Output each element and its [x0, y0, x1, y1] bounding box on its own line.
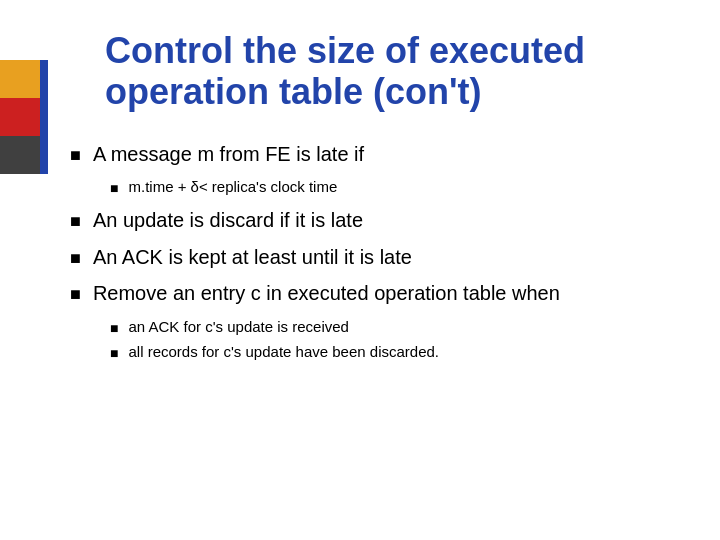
- sub-bullet-marker-4-1: ■: [110, 319, 118, 337]
- bullet-group-4: ■ Remove an entry c in executed operatio…: [70, 280, 670, 362]
- title-area: Control the size of executed operation t…: [105, 30, 670, 113]
- deco-blocks: [0, 60, 40, 174]
- sub-bullet-4-1: ■ an ACK for c's update is received: [110, 317, 670, 337]
- slide: Control the size of executed operation t…: [0, 0, 720, 540]
- slide-title: Control the size of executed operation t…: [105, 30, 670, 113]
- bullet-marker-3: ■: [70, 247, 81, 270]
- deco-block-red: [0, 98, 40, 136]
- title-line2: operation table (con't): [105, 71, 670, 112]
- bullet-item-1: ■ A message m from FE is late if: [70, 141, 670, 167]
- sub-bullets-1: ■ m.time + δ< replica's clock time: [70, 177, 670, 197]
- bullet-marker-1: ■: [70, 144, 81, 167]
- sub-bullet-marker-4-2: ■: [110, 344, 118, 362]
- bullet-item-3: ■ An ACK is kept at least until it is la…: [70, 244, 670, 270]
- bullet-text-1: A message m from FE is late if: [93, 141, 670, 167]
- bullet-item-2: ■ An update is discard if it is late: [70, 207, 670, 233]
- sub-bullets-4: ■ an ACK for c's update is received ■ al…: [70, 317, 670, 362]
- title-line1: Control the size of executed: [105, 30, 670, 71]
- sub-bullet-4-2: ■ all records for c's update have been d…: [110, 342, 670, 362]
- bullet-marker-4: ■: [70, 283, 81, 306]
- bullet-item-4: ■ Remove an entry c in executed operatio…: [70, 280, 670, 306]
- deco-block-dark: [0, 136, 40, 174]
- bullet-group-2: ■ An update is discard if it is late: [70, 207, 670, 233]
- bullet-text-2: An update is discard if it is late: [93, 207, 670, 233]
- bullet-text-4: Remove an entry c in executed operation …: [93, 280, 670, 306]
- bullet-group-3: ■ An ACK is kept at least until it is la…: [70, 244, 670, 270]
- deco-bar: [40, 60, 48, 174]
- sub-bullet-marker-1-1: ■: [110, 179, 118, 197]
- bullet-text-3: An ACK is kept at least until it is late: [93, 244, 670, 270]
- sub-bullet-text-4-2: all records for c's update have been dis…: [128, 342, 670, 362]
- content-area: ■ A message m from FE is late if ■ m.tim…: [70, 141, 670, 362]
- bullet-marker-2: ■: [70, 210, 81, 233]
- sub-bullet-1-1: ■ m.time + δ< replica's clock time: [110, 177, 670, 197]
- sub-bullet-text-1-1: m.time + δ< replica's clock time: [128, 177, 670, 197]
- bullet-group-1: ■ A message m from FE is late if ■ m.tim…: [70, 141, 670, 198]
- sub-bullet-text-4-1: an ACK for c's update is received: [128, 317, 670, 337]
- deco-block-orange: [0, 60, 40, 98]
